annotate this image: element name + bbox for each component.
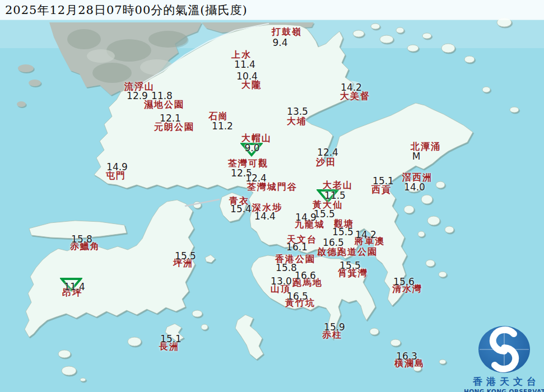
- station-temperature-value: 15.8: [276, 262, 297, 273]
- station-name-label: 沙田: [316, 157, 336, 169]
- station-temperature-value: 14.2: [355, 229, 376, 240]
- station-temperature-value: 15.5: [314, 208, 335, 220]
- station-temperature-value: 11.4: [234, 59, 255, 70]
- station-temperature-value: 16.5: [323, 237, 344, 248]
- station-temperature-value: 15.1: [373, 175, 394, 186]
- station-temperature-value: 15.5: [332, 226, 354, 237]
- station-temperature-value: 9.4: [272, 37, 287, 48]
- station-temperature-value: 13.0: [271, 276, 292, 287]
- station-temperature-value: 14.9: [295, 212, 317, 223]
- station-name-label: 打鼓嶺: [272, 26, 302, 38]
- station-temperature-value: 15.4: [230, 203, 252, 214]
- station-temperature-value: 12.1: [160, 113, 181, 124]
- station-temperature-value: 14.2: [341, 82, 362, 93]
- station-temperature-value: 12.4: [245, 172, 267, 184]
- station-temperature-value: 14.4: [254, 211, 276, 222]
- station-temperature-value: 11.5: [324, 190, 346, 201]
- station-temperature-value: 16.1: [286, 241, 308, 253]
- station-temperature-value: M: [412, 151, 421, 162]
- station-temperature-value: 15.5: [340, 260, 361, 271]
- stations-layer: 打鼓嶺9.4上水11.4大隴10.4流浮山12.9濕地公園11.8元朗公園12.…: [0, 0, 544, 392]
- station-temperature-value: 15.9: [324, 321, 345, 333]
- station-temperature-value: 16.5: [287, 291, 308, 302]
- station-temperature-value: 14.9: [106, 161, 128, 172]
- station-temperature-value: 15.8: [71, 234, 92, 245]
- station-temperature-value: 10.4: [236, 71, 258, 82]
- station-temperature-value: 11.2: [212, 120, 233, 132]
- hko-logo-english-name: HONG KONG OBSERVATORY: [464, 388, 544, 392]
- station-temperature-value: 12.4: [317, 147, 338, 158]
- station-temperature-value: 15.1: [160, 333, 182, 344]
- station-temperature-value: 14.0: [404, 181, 425, 193]
- station-temperature-value: 15.5: [175, 250, 196, 262]
- station-name-label: 大埔: [287, 116, 307, 128]
- station-temperature-value: 16.6: [295, 270, 316, 281]
- weather-map-screen: 2025年12月28日07時00分的氣溫(攝氏度) 打鼓嶺9.4上水11.4大隴…: [0, 0, 544, 392]
- station-temperature-value: 11.8: [151, 90, 173, 101]
- station-temperature-value: 9.0: [244, 142, 259, 153]
- station-temperature-value: 15.6: [393, 276, 415, 287]
- hko-logo-chinese-name: 香港天文台: [464, 375, 544, 388]
- station-temperature-value: 12.9: [127, 90, 148, 101]
- hko-logo: 香港天文台 HONG KONG OBSERVATORY: [464, 320, 544, 392]
- station-temperature-value: 16.3: [396, 351, 417, 362]
- station-temperature-value: 11.4: [64, 281, 85, 292]
- station-temperature-value: 13.5: [287, 106, 308, 117]
